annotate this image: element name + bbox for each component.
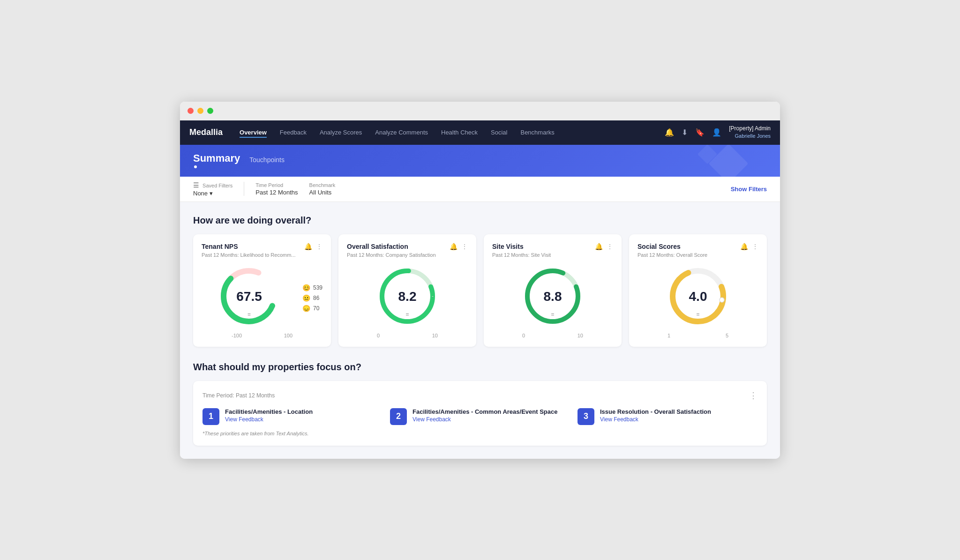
priorities-row: 1 Facilities/Amenities - Location View F… [202, 408, 758, 425]
user-name: Gabrielle Jones [729, 133, 771, 140]
nps-detractor: 😞 70 [302, 305, 322, 312]
social-scores-min: 1 [668, 333, 670, 338]
saved-filters-label: ☰ Saved Filters [193, 181, 232, 189]
satisfaction-min: 0 [377, 333, 380, 338]
touchpoints-tab[interactable]: Touchpoints [249, 156, 285, 164]
priority-number-3: 3 [578, 408, 594, 425]
social-scores-value: 4.0 [689, 289, 707, 304]
filters-bar: ☰ Saved Filters None ▾ Time Period Past … [180, 177, 780, 202]
promoter-icon: 😊 [302, 284, 310, 291]
site-visits-max: 10 [578, 333, 583, 338]
bell-icon[interactable]: 🔔 [595, 243, 603, 250]
focus-section: What should my properties focus on? Time… [193, 362, 767, 446]
nps-promoter: 😊 539 [302, 284, 322, 291]
site-visits-min: 0 [522, 333, 525, 338]
chevron-down-icon: ▾ [210, 190, 213, 197]
download-icon[interactable]: ⬇ [682, 128, 688, 137]
card-actions: 🔔 ⋮ [450, 243, 468, 250]
title-bar [180, 102, 780, 120]
filter-icon: ☰ [193, 181, 199, 189]
bookmark-icon[interactable]: 🔖 [695, 128, 705, 137]
focus-card: Time Period: Past 12 Months ⋮ 1 Faciliti… [193, 381, 767, 446]
time-period-label: Time Period [255, 182, 298, 188]
card-actions: 🔔 ⋮ [304, 243, 322, 250]
gauge-area: 8.2 = 0 10 [347, 263, 468, 338]
card-header: Tenant NPS 🔔 ⋮ [202, 243, 322, 250]
more-icon[interactable]: ⋮ [461, 243, 468, 250]
nav-item-analyze-scores[interactable]: Analyze Scores [320, 127, 362, 138]
priority-link-3[interactable]: View Feedback [600, 416, 711, 423]
main-nav: Medallia Overview Feedback Analyze Score… [180, 120, 780, 145]
priority-link-2[interactable]: View Feedback [412, 416, 557, 423]
focus-more-icon[interactable]: ⋮ [749, 390, 758, 401]
bell-icon[interactable]: 🔔 [740, 243, 748, 250]
nav-item-health-check[interactable]: Health Check [441, 127, 478, 138]
priority-1: 1 Facilities/Amenities - Location View F… [202, 408, 382, 425]
filter-divider-1 [244, 182, 244, 196]
detractor-icon: 😞 [302, 305, 310, 312]
nps-max: 100 [284, 333, 292, 338]
svg-point-9 [720, 298, 724, 302]
notifications-icon[interactable]: 🔔 [665, 128, 674, 137]
more-icon[interactable]: ⋮ [752, 243, 758, 250]
more-icon[interactable]: ⋮ [607, 243, 613, 250]
nav-user: [Property] Admin Gabrielle Jones [729, 125, 771, 140]
more-icon[interactable]: ⋮ [316, 243, 322, 250]
nps-passive: 😐 86 [302, 294, 322, 302]
priority-3: 3 Issue Resolution - Overall Satisfactio… [578, 408, 758, 425]
card-actions: 🔔 ⋮ [595, 243, 613, 250]
sub-header: Summary Touchpoints [180, 145, 780, 177]
satisfaction-gauge: 8.2 = [375, 263, 440, 329]
summary-tab[interactable]: Summary [193, 152, 240, 168]
site-visits-value: 8.8 [544, 289, 562, 304]
footnote: *These priorities are taken from Text An… [202, 431, 758, 436]
card-title: Social Scores [638, 243, 681, 250]
card-subtitle: Past 12 Months: Overall Score [638, 252, 758, 258]
card-title: Tenant NPS [202, 243, 238, 250]
nav-item-overview[interactable]: Overview [240, 127, 267, 138]
summary-title: Summary [193, 152, 240, 164]
card-actions: 🔔 ⋮ [740, 243, 758, 250]
nav-item-analyze-comments[interactable]: Analyze Comments [375, 127, 428, 138]
priority-title-2: Facilities/Amenities - Common Areas/Even… [412, 408, 557, 415]
card-header: Site Visits 🔔 ⋮ [492, 243, 613, 250]
site-visits-gauge: 8.8 = [520, 263, 585, 329]
nps-responses: 😊 539 😐 86 😞 70 [302, 284, 322, 312]
close-button[interactable] [188, 108, 194, 114]
nav-right: 🔔 ⬇ 🔖 👤 [Property] Admin Gabrielle Jones [665, 125, 771, 140]
show-filters-button[interactable]: Show Filters [731, 186, 767, 193]
gauge-area: 4.0 = 1 5 [638, 263, 758, 338]
bell-icon[interactable]: 🔔 [304, 243, 312, 250]
nav-item-feedback[interactable]: Feedback [280, 127, 307, 138]
card-title: Overall Satisfaction [347, 243, 408, 250]
nps-content: 67.5 = 😊 539 😐 86 [202, 263, 322, 333]
nps-labels: -100 100 [232, 333, 292, 338]
nav-item-social[interactable]: Social [491, 127, 507, 138]
priority-number-1: 1 [202, 408, 219, 425]
priority-link-1[interactable]: View Feedback [225, 416, 313, 423]
minimize-button[interactable] [197, 108, 203, 114]
priority-content-2: Facilities/Amenities - Common Areas/Even… [412, 408, 557, 423]
user-icon[interactable]: 👤 [712, 128, 721, 137]
site-visits-labels: 0 10 [522, 333, 583, 338]
social-scores-labels: 1 5 [668, 333, 728, 338]
saved-filters-value[interactable]: None ▾ [193, 190, 232, 197]
social-scores-card: Social Scores 🔔 ⋮ Past 12 Months: Overal… [629, 234, 767, 347]
saved-filters-group: ☰ Saved Filters None ▾ [193, 181, 232, 197]
active-dot [194, 165, 197, 168]
overall-satisfaction-card: Overall Satisfaction 🔔 ⋮ Past 12 Months:… [338, 234, 476, 347]
main-content: How are we doing overall? Tenant NPS 🔔 ⋮… [180, 202, 780, 459]
card-title: Site Visits [492, 243, 524, 250]
card-subtitle: Past 12 Months: Site Visit [492, 252, 613, 258]
gauge-equal: = [405, 311, 409, 318]
nav-item-benchmarks[interactable]: Benchmarks [520, 127, 554, 138]
passive-icon: 😐 [302, 294, 310, 302]
focus-header: Time Period: Past 12 Months ⋮ [202, 390, 758, 401]
maximize-button[interactable] [207, 108, 213, 114]
priority-title-3: Issue Resolution - Overall Satisfaction [600, 408, 711, 415]
overall-section-title: How are we doing overall? [193, 215, 767, 226]
priority-number-2: 2 [390, 408, 407, 425]
bell-icon[interactable]: 🔔 [450, 243, 458, 250]
gauge-equal: = [696, 311, 699, 318]
gauge-area: 8.8 = 0 10 [492, 263, 613, 338]
